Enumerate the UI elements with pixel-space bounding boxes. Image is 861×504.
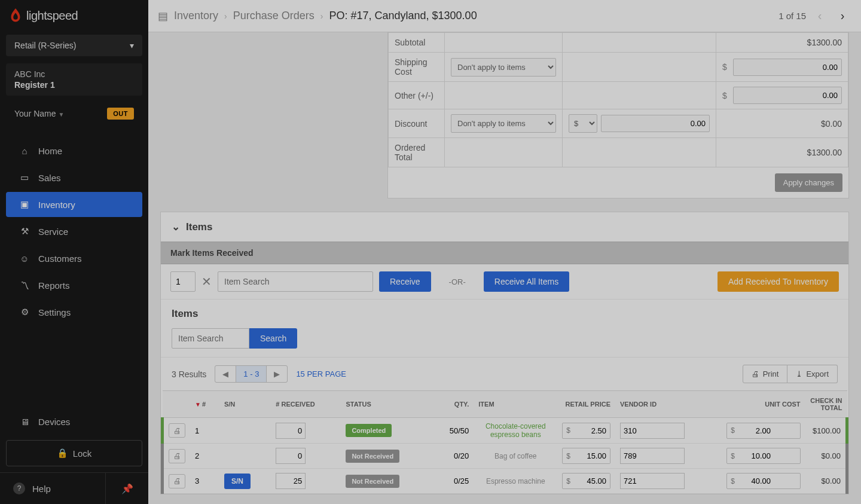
pin-icon: 📌 <box>121 483 133 494</box>
col-sn[interactable]: S/N <box>219 391 271 418</box>
series-dropdown[interactable]: Retail (R-Series) ▾ <box>6 35 142 56</box>
person-icon: ☺ <box>19 253 30 264</box>
export-label: Export <box>806 369 829 378</box>
search-button[interactable]: Search <box>249 328 297 349</box>
retail-price-input[interactable] <box>574 448 610 463</box>
results-toolbar: 3 Results ◀ 1 - 3 ▶ 15 PER PAGE 🖨Print ⤓… <box>161 357 848 390</box>
item-link[interactable]: Chocolate-covered espresso beans <box>478 422 552 439</box>
col-received[interactable]: # RECEIVED <box>271 391 341 418</box>
vendor-id-input[interactable] <box>620 473 685 489</box>
series-label: Retail (R-Series) <box>14 41 76 50</box>
nav-customers[interactable]: ☺Customers <box>6 246 142 271</box>
per-page-link[interactable]: 15 PER PAGE <box>296 369 346 378</box>
col-vendor[interactable]: VENDOR ID <box>615 391 722 418</box>
discount-input[interactable] <box>601 115 710 132</box>
row-print-button[interactable]: 🖨 <box>169 449 185 463</box>
company-selector[interactable]: ABC Inc Register 1 <box>6 63 142 96</box>
nav-settings[interactable]: ⚙Settings <box>6 300 142 325</box>
user-menu[interactable]: Your Name ▼ OUT <box>6 103 142 124</box>
retail-price-input[interactable] <box>574 423 610 438</box>
or-label: -OR- <box>449 277 466 286</box>
row-print-button[interactable]: 🖨 <box>169 474 185 488</box>
crumb-purchase-orders[interactable]: Purchase Orders <box>233 10 315 22</box>
clock-status-badge[interactable]: OUT <box>107 108 134 120</box>
item-link[interactable]: Bag of coffee <box>478 452 552 460</box>
pager-next-mini[interactable]: ▶ <box>266 366 287 382</box>
ordered-total-value: $1300.00 <box>716 138 848 167</box>
item-link[interactable]: Espresso machine <box>478 477 552 485</box>
company-name: ABC Inc <box>14 69 134 79</box>
print-button[interactable]: 🖨Print <box>743 365 788 383</box>
pager-next[interactable]: › <box>833 7 851 25</box>
add-to-inventory-button[interactable]: Add Received To Inventory <box>718 271 839 292</box>
chart-icon: 〽 <box>19 280 30 291</box>
items-table: ▼# S/N # RECEIVED STATUS QTY. ITEM RETAI… <box>161 390 848 494</box>
lock-button[interactable]: 🔒Lock <box>6 440 142 466</box>
row-total: $0.00 <box>805 469 847 494</box>
monitor-icon: 🖥 <box>19 416 30 427</box>
filter-icon[interactable]: ▤ <box>158 10 168 23</box>
items-filter-input[interactable] <box>172 328 249 349</box>
gear-icon: ⚙ <box>19 307 30 317</box>
nav-devices[interactable]: 🖥Devices <box>6 409 142 434</box>
col-num[interactable]: ▼# <box>190 391 219 418</box>
row-total: $0.00 <box>805 444 847 469</box>
receive-button[interactable]: Receive <box>379 271 431 292</box>
export-button[interactable]: ⤓Export <box>787 365 838 383</box>
received-qty-input[interactable] <box>276 473 306 489</box>
nav-sales[interactable]: ▭Sales <box>6 165 142 190</box>
sort-desc-icon: ▼ <box>195 401 201 408</box>
nav-label: Inventory <box>38 200 75 210</box>
discount-currency-select[interactable]: $ <box>569 114 597 133</box>
nav-service[interactable]: ⚒Service <box>6 219 142 244</box>
col-total[interactable]: CHECK IN TOTAL <box>805 391 847 418</box>
received-qty-input[interactable] <box>276 423 306 439</box>
results-count: 3 Results <box>172 369 206 379</box>
user-name: Your Name <box>14 109 56 118</box>
crumb-current: PO: #17, Candyland, $1300.00 <box>329 10 477 22</box>
times-icon: ✕ <box>201 274 212 289</box>
sn-button[interactable]: S/N <box>224 474 251 489</box>
item-search-input[interactable] <box>218 271 373 292</box>
received-qty-input[interactable] <box>276 448 306 464</box>
apply-changes-button[interactable]: Apply changes <box>775 173 842 192</box>
status-badge: Not Received <box>346 450 399 463</box>
unit-cost-input[interactable] <box>738 423 774 438</box>
pager-range[interactable]: 1 - 3 <box>236 366 266 382</box>
discount-apply-select[interactable]: Don't apply to items <box>451 114 556 133</box>
nav-home[interactable]: ⌂Home <box>6 138 142 163</box>
col-unit[interactable]: UNIT COST <box>722 391 805 418</box>
col-item[interactable]: ITEM <box>474 391 557 418</box>
items-section-toggle[interactable]: ⌄ Items <box>161 212 848 242</box>
other-label: Other (+/-) <box>389 82 445 109</box>
print-label: Print <box>763 369 779 378</box>
nav-inventory[interactable]: ▣Inventory <box>6 192 142 217</box>
receive-all-button[interactable]: Receive All Items <box>484 271 569 292</box>
pager-prev-mini[interactable]: ◀ <box>215 366 236 382</box>
nav-label: Service <box>38 227 68 237</box>
shipping-input[interactable] <box>733 59 842 76</box>
row-qty: 50/50 <box>432 418 474 444</box>
retail-price-input[interactable] <box>574 474 610 488</box>
nav-reports[interactable]: 〽Reports <box>6 273 142 298</box>
pin-button[interactable]: 📌 <box>105 473 148 504</box>
receive-row: ✕ Receive -OR- Receive All Items Add Rec… <box>161 264 848 300</box>
shipping-apply-select[interactable]: Don't apply to items <box>451 58 556 77</box>
col-qty[interactable]: QTY. <box>432 391 474 418</box>
vendor-id-input[interactable] <box>620 423 685 439</box>
receive-qty-input[interactable] <box>170 271 196 292</box>
col-retail[interactable]: RETAIL PRICE <box>557 391 615 418</box>
vendor-id-input[interactable] <box>620 448 685 464</box>
unit-cost-input[interactable] <box>738 448 774 463</box>
col-status[interactable]: STATUS <box>341 391 432 418</box>
discount-label: Discount <box>389 109 445 138</box>
row-total: $100.00 <box>805 418 847 444</box>
help-button[interactable]: ?Help <box>0 473 105 504</box>
lock-label: Lock <box>73 448 92 459</box>
other-input[interactable] <box>733 87 842 104</box>
unit-cost-input[interactable] <box>738 474 774 488</box>
pager-prev[interactable]: ‹ <box>811 7 829 25</box>
row-print-button[interactable]: 🖨 <box>169 423 185 438</box>
crumb-inventory[interactable]: Inventory <box>174 10 218 22</box>
brand-logo[interactable]: lightspeed <box>0 0 148 31</box>
